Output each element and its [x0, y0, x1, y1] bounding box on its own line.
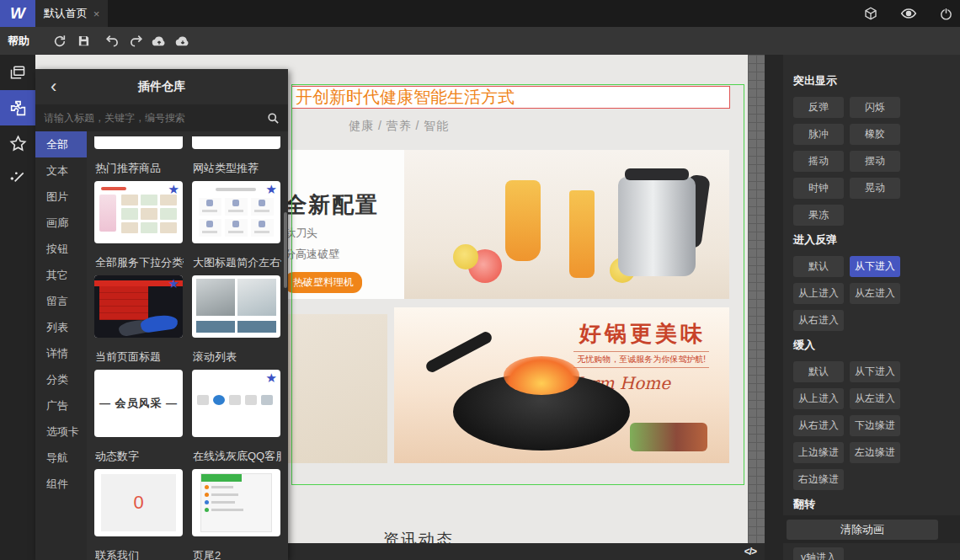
- anim-button[interactable]: 从左进入: [850, 283, 900, 304]
- preview-grid: [121, 195, 177, 233]
- category-item[interactable]: 画廊: [35, 210, 87, 236]
- save-icon[interactable]: [73, 32, 93, 51]
- category-item[interactable]: 详情: [35, 340, 87, 366]
- code-view-icon[interactable]: </>: [744, 546, 765, 557]
- category-item[interactable]: 分类: [35, 366, 87, 392]
- anim-section-title: 进入反弹: [793, 232, 953, 248]
- star-icon: [9, 135, 27, 152]
- refresh-icon[interactable]: [50, 32, 70, 51]
- category-item[interactable]: 选项卡: [35, 419, 87, 445]
- page-tab[interactable]: 默认首页 ×: [35, 0, 108, 27]
- plugin-card-hot-products[interactable]: ★: [94, 181, 183, 243]
- plugin-card-cell: 动态数字 0: [94, 445, 183, 536]
- anim-button[interactable]: 时钟: [793, 178, 844, 199]
- anim-button[interactable]: 果冻: [793, 205, 844, 226]
- plugin-card-cut[interactable]: [94, 136, 183, 149]
- anim-button[interactable]: 从下进入: [850, 256, 900, 277]
- sidebar-item-plugins[interactable]: [0, 90, 35, 125]
- title-bar: W 默认首页 ×: [0, 0, 960, 27]
- anim-button[interactable]: 摇动: [793, 151, 844, 172]
- undo-icon[interactable]: [102, 32, 122, 51]
- anim-button[interactable]: 闪烁: [850, 97, 900, 118]
- power-icon[interactable]: [939, 7, 953, 21]
- anim-button[interactable]: 从右进入: [793, 310, 844, 331]
- plugin-card-title: 联系我们: [95, 548, 184, 560]
- category-item[interactable]: 按钮: [35, 236, 87, 262]
- category-item[interactable]: 广告: [35, 392, 87, 419]
- magnifier-icon[interactable]: [267, 112, 280, 125]
- preview-qq-widget: [200, 473, 272, 532]
- panel-scrollbar[interactable]: [284, 212, 287, 288]
- plugin-card-cell: 滚动列表 ★: [192, 346, 280, 437]
- redo-icon[interactable]: [125, 32, 146, 51]
- eye-icon[interactable]: [900, 8, 917, 19]
- plugin-card-scroll-list[interactable]: ★: [192, 370, 280, 437]
- cloud-upload-icon[interactable]: [149, 32, 169, 51]
- star-badge-icon: ★: [266, 371, 277, 384]
- app-logo[interactable]: W: [0, 0, 35, 27]
- anim-button[interactable]: 反弹: [793, 97, 844, 118]
- side-dish: [630, 423, 707, 451]
- banner-button[interactable]: 热破壁料理机: [285, 272, 362, 293]
- sidebar-item-tools[interactable]: [0, 161, 35, 196]
- preview-photo: [196, 279, 235, 316]
- category-item[interactable]: 留言: [35, 288, 87, 314]
- plugin-card-page-title[interactable]: — 会员风采 —: [94, 370, 183, 437]
- category-item[interactable]: 列表: [35, 314, 87, 340]
- help-button[interactable]: 帮助: [0, 34, 38, 49]
- anim-button[interactable]: 下边缘进: [850, 415, 900, 436]
- anim-section-title: 突出显示: [793, 73, 953, 88]
- plugin-card-title: 大图标题简介左右切...: [193, 255, 281, 270]
- news-section-title[interactable]: 资讯动态: [383, 529, 454, 543]
- plugin-card-cut[interactable]: [192, 136, 280, 149]
- star-badge-icon: ★: [168, 277, 179, 290]
- plugin-card-services-dropdown[interactable]: ★: [94, 275, 183, 338]
- canvas-scroll-gutter[interactable]: [748, 55, 765, 560]
- search-input[interactable]: [44, 112, 267, 124]
- cloud-download-icon[interactable]: [173, 32, 193, 51]
- anim-button[interactable]: y轴进入: [793, 547, 844, 560]
- plugin-card-qq-service[interactable]: [192, 469, 280, 536]
- anim-section-highlight: 突出显示 反弹闪烁脉冲橡胶摇动摆动时钟晃动果冻: [793, 73, 953, 226]
- category-item[interactable]: 其它: [35, 262, 87, 288]
- anim-section-title: 缓入: [793, 338, 953, 353]
- close-tab-icon[interactable]: ×: [93, 8, 100, 20]
- selected-heading-element[interactable]: 开创新时代健康智能生活方式: [291, 86, 730, 109]
- anim-section-ease-in: 缓入 默认从下进入从上进入从左进入从右进入下边缘进上边缘进左边缘进右边缘进: [793, 338, 953, 490]
- anim-button[interactable]: 脉冲: [793, 124, 844, 145]
- tagline-text[interactable]: 健康 / 营养 / 智能: [349, 119, 449, 134]
- kettle-lid: [625, 168, 689, 180]
- anim-button[interactable]: 默认: [793, 361, 844, 382]
- clear-animation-button[interactable]: 清除动画: [787, 520, 938, 540]
- sidebar-item-pages[interactable]: [0, 55, 35, 90]
- anim-button[interactable]: 从下进入: [850, 361, 900, 382]
- anim-button[interactable]: 默认: [793, 256, 844, 277]
- back-arrow-icon[interactable]: ‹: [51, 69, 56, 104]
- box-icon[interactable]: [863, 6, 878, 21]
- anim-button[interactable]: 右边缘进: [793, 469, 844, 490]
- anim-button[interactable]: 摆动: [850, 151, 900, 172]
- star-badge-icon: ★: [266, 183, 277, 195]
- anim-button[interactable]: 上边缘进: [793, 442, 844, 463]
- banner-line: 分高速破壁: [285, 247, 404, 262]
- kettle-body: [618, 177, 696, 276]
- anim-button[interactable]: 从右进入: [793, 415, 844, 436]
- category-item[interactable]: 图片: [35, 184, 87, 210]
- category-item[interactable]: 导航: [35, 445, 87, 471]
- category-item[interactable]: 组件: [35, 471, 87, 497]
- anim-button[interactable]: 橡胶: [850, 124, 900, 145]
- plugin-card-dynamic-number[interactable]: 0: [94, 469, 183, 536]
- category-item[interactable]: 文本: [35, 157, 87, 184]
- anim-button[interactable]: 从上进入: [793, 388, 844, 409]
- anim-button[interactable]: 左边缘进: [850, 442, 900, 463]
- anim-button[interactable]: 晃动: [850, 178, 900, 199]
- plugin-card-big-image-switch[interactable]: [192, 275, 280, 338]
- plugin-card-site-types[interactable]: ★: [192, 181, 280, 243]
- anim-button[interactable]: 从上进入: [793, 283, 844, 304]
- magic-wand-icon: [9, 170, 26, 187]
- category-item[interactable]: 全部: [35, 131, 87, 157]
- sidebar-item-favorites[interactable]: [0, 125, 35, 161]
- preview-label: [101, 187, 126, 190]
- anim-button[interactable]: 从左进入: [850, 388, 900, 409]
- banner-title: 全新配置: [285, 190, 404, 220]
